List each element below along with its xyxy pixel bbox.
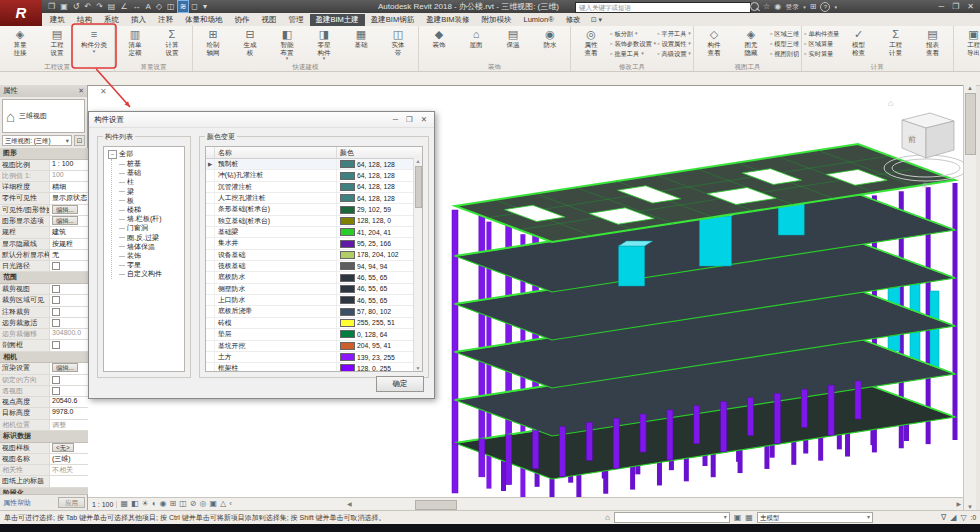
color-table-row[interactable]: ▶预制桩64, 128, 128 (206, 159, 422, 170)
prop-value[interactable] (50, 307, 88, 317)
dialog-title-bar[interactable]: 构件设置 ─ ❐ ✕ (89, 112, 434, 128)
checkbox[interactable] (52, 341, 60, 349)
edit-button[interactable]: <无> (52, 443, 74, 452)
crop-region-icon[interactable]: ◫ (179, 498, 187, 510)
prop-value[interactable]: 9978.0 (50, 408, 88, 418)
tab-盈建BIM装修[interactable]: 盈建BIM装修 (420, 14, 475, 26)
save-icon[interactable]: ▣ (58, 1, 70, 12)
ok-button[interactable]: 确定 (376, 376, 424, 392)
tab-协作[interactable]: 协作 (229, 14, 256, 26)
tab-附加模块[interactable]: 附加模块 (476, 14, 518, 26)
tree-item-楼梯[interactable]: 楼梯 (112, 205, 184, 214)
prop-value[interactable]: 20540.6 (50, 397, 88, 407)
tree-item-桩基[interactable]: 桩基 (112, 159, 184, 168)
tab-系统[interactable]: 系统 (98, 14, 125, 26)
tree-item-装饰[interactable]: 装饰 (112, 251, 184, 260)
project-export-button[interactable]: ▣工程导出 (956, 27, 980, 56)
scroll-left-icon[interactable]: ◀ (347, 500, 352, 507)
model-check-button[interactable]: ✓模型检查 (841, 27, 877, 56)
checkbox[interactable] (52, 387, 60, 395)
color-column-header[interactable]: 颜色 (337, 147, 422, 158)
decor-param-item[interactable]: ▫装饰参数设置▾ (610, 39, 656, 48)
tree-item-墙体保温[interactable]: 墙体保温 (112, 242, 184, 251)
draw-grid-button[interactable]: ⊞绘制轴网 (195, 27, 231, 56)
prop-value[interactable]: 按规程 (50, 239, 88, 249)
color-table-row[interactable]: 沉管灌注桩64, 128, 128 (206, 182, 422, 193)
prop-value[interactable]: 编辑... (50, 216, 88, 226)
batch-tools-item[interactable]: ▫批量工具▾ (610, 49, 656, 58)
project-settings-button[interactable]: ▤工程设置 (39, 27, 75, 56)
prop-value[interactable] (50, 375, 88, 385)
star-icon[interactable]: ☆ (763, 2, 770, 11)
prop-value[interactable]: 精细 (50, 182, 88, 192)
design-option-select[interactable]: 主模型▾ (757, 512, 873, 523)
help-button[interactable]: ? (820, 2, 830, 12)
scroll-up-icon[interactable]: ▲ (967, 85, 973, 91)
tab-结构[interactable]: 结构 (71, 14, 98, 26)
signin-button[interactable]: 登录 (785, 2, 799, 12)
prop-value[interactable]: 编辑... (50, 363, 88, 373)
prop-value[interactable] (50, 284, 88, 294)
search-icon[interactable] (750, 2, 759, 11)
workset-select[interactable]: ▾ (614, 512, 730, 523)
reveal-hidden-icon[interactable]: ◎ (200, 498, 207, 510)
search-input[interactable]: 键入关键字或短语 (575, 2, 751, 13)
edit-button[interactable]: 编辑... (52, 363, 78, 372)
project-calc-button[interactable]: Σ工程计量 (878, 27, 914, 56)
color-table-row[interactable]: 独立基础(桩承台)128, 128, 0 (206, 216, 422, 227)
detail-level-icon[interactable]: ▦ (120, 498, 128, 510)
color-table-row[interactable]: 条形基础(桩承台)29, 102, 59 (206, 204, 422, 215)
tab-管理[interactable]: 管理 (283, 14, 310, 26)
close-button[interactable]: ✕ (967, 2, 974, 11)
prop-value[interactable]: 调整 (50, 420, 88, 430)
prop-value[interactable]: 显示原状态 (50, 193, 88, 203)
tab-注释[interactable]: 注释 (152, 14, 179, 26)
edit-button[interactable]: 编辑... (52, 205, 78, 214)
floating-panel-close-icon[interactable]: ✕ (100, 87, 107, 96)
dialog-maximize-icon[interactable]: ❐ (406, 115, 413, 124)
color-table-row[interactable]: 人工挖孔灌注桩64, 128, 128 (206, 193, 422, 204)
apply-button[interactable]: 应用 (58, 497, 85, 508)
component-classify-button[interactable]: ≡构件分类▾ (76, 27, 112, 54)
calc-settings-button[interactable]: Σ计算设置 (154, 27, 190, 56)
decoration-button[interactable]: ◆装饰 (421, 27, 457, 49)
tree-item-零星[interactable]: 零星 (112, 260, 184, 269)
color-table-row[interactable]: 侧壁防水46, 55, 65 (206, 284, 422, 295)
region-qty-item[interactable]: ▫区域算量 (804, 39, 839, 48)
tree-item-柱[interactable]: 柱 (112, 177, 184, 186)
temporary-view-icon[interactable]: ▣ (210, 498, 218, 510)
minimize-button[interactable]: ─ (938, 2, 944, 11)
properties-close-icon[interactable]: ✕ (78, 87, 84, 95)
color-table-row[interactable]: 筏板基础94, 94, 94 (206, 261, 422, 272)
user-icon[interactable]: ◉ (774, 2, 781, 11)
measure-icon[interactable]: ∠ (118, 1, 129, 12)
tab-体量和场地[interactable]: 体量和场地 (179, 14, 229, 26)
tab-视图[interactable]: 视图 (256, 14, 283, 26)
scroll-right-icon[interactable]: ▶ (956, 500, 961, 507)
color-table-row[interactable]: 冲(钻)孔灌注桩64, 128, 128 (206, 170, 422, 181)
temporary-hide-icon[interactable]: ⊘ (190, 498, 197, 510)
tree-item-圈.反.过梁[interactable]: 圈.反.过梁 (112, 233, 184, 242)
tree-item-墙.栏板(杆)[interactable]: 墙.栏板(杆) (112, 214, 184, 223)
maximize-button[interactable]: ❐ (952, 2, 959, 11)
color-table-row[interactable]: 土方139, 23, 255 (206, 352, 422, 363)
table-scroll-thumb[interactable] (415, 166, 422, 208)
vertical-scroll-thumb[interactable] (965, 93, 976, 155)
view-section-item[interactable]: ▫视图剖切 (770, 49, 799, 58)
print-icon[interactable]: ▤ (106, 1, 118, 12)
type-selector-dropdown[interactable]: 三维视图: (三维)▾ (2, 135, 72, 146)
waterproof-button[interactable]: ◉防水 (532, 27, 568, 49)
exchange-apps-icon[interactable]: ⊞ (810, 2, 817, 11)
adv-settings-item[interactable]: ▫高级设置▾ (657, 49, 691, 58)
roofing-button[interactable]: ⌂屋面 (458, 27, 494, 49)
tree-item-门窗洞[interactable]: 门窗洞 (112, 223, 184, 232)
edit-button[interactable]: 编辑... (52, 216, 78, 225)
color-table-row[interactable]: 集水井95, 25, 166 (206, 238, 422, 249)
type-selector[interactable]: ⌂ 三维视图 (2, 99, 85, 133)
smart-layout-button[interactable]: ◧智能布置▾ (269, 27, 305, 61)
thin-lines-icon[interactable]: ≋ (178, 1, 189, 12)
property-view-button[interactable]: ◎属性查看 (573, 27, 609, 56)
visual-style-icon[interactable]: ◧ (131, 498, 139, 510)
tab-插入[interactable]: 插入 (125, 14, 152, 26)
color-table-row[interactable]: 底板防水46, 55, 65 (206, 272, 422, 283)
